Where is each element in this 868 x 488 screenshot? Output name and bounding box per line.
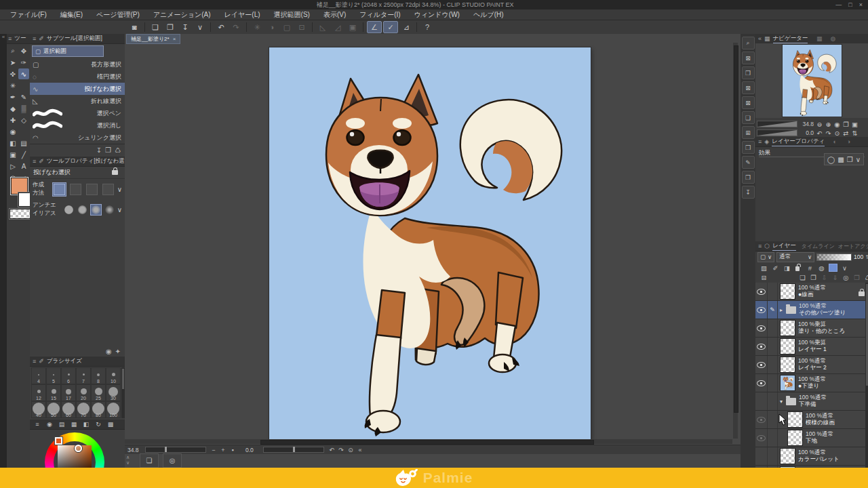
airbrush-tool[interactable]: ▒ [18,103,29,114]
layer-row-8[interactable]: 100 %通常下地 [755,429,868,447]
redo-icon[interactable]: ↷ [229,22,243,33]
tool-palette-menu-icon[interactable]: ≡ [8,35,12,42]
nav-rotate-reset-icon[interactable]: ⊙ [833,129,842,137]
layer-row-5[interactable]: 100 %通常●下塗り [755,374,868,392]
option-1-3[interactable] [104,204,115,216]
blend-tool[interactable]: ◉ [7,126,18,137]
option-1-1[interactable] [77,204,88,216]
layer-row-3[interactable]: 100 %乗算レイヤー 1 [755,338,868,356]
tool-property-lock-icon[interactable] [112,170,118,175]
layer-visibility-toggle-8[interactable] [755,429,768,447]
nav-zoom-out-icon[interactable]: ⊖ [815,120,824,128]
ruler-range-icon[interactable]: # [806,264,814,272]
qa-copy-icon[interactable]: ❐ [742,66,755,79]
delete-layer-icon[interactable]: ♺ [863,273,868,281]
layer-visibility-toggle-2[interactable] [755,319,768,337]
brush-size-25[interactable]: 25 [91,384,106,401]
color-history-tab[interactable]: ↻ [94,420,103,428]
balloon-tool[interactable]: ▷ [7,161,18,171]
brush-size-100[interactable]: 100 [106,401,121,418]
effect-dropdown-icon[interactable]: ∨ [856,156,861,163]
subtool-menu-icon[interactable]: ≡ [33,35,36,42]
canvas-rotation-slider[interactable] [263,447,324,453]
subtool-item-6[interactable]: ◠シュリンク選択 [30,131,125,144]
palette-menu-icon[interactable]: ≡ [33,420,42,428]
wrench-icon[interactable]: ✦ [115,348,121,355]
option-1-2[interactable] [90,204,102,216]
menu-item-0[interactable]: ファイル(F) [4,9,53,20]
duplicate-subtool-icon[interactable]: ❐ [105,146,111,154]
info-tab-icon[interactable]: ◍ [828,35,837,43]
layers-menu-icon[interactable]: ≡ [758,243,762,249]
option-0-2[interactable] [85,182,99,197]
qa-folder-icon[interactable]: ❒ [742,141,755,154]
subtool-group-tab[interactable]: ▢ 選択範囲 [32,45,104,57]
collapse-status-icon[interactable]: « [355,447,365,453]
undo-icon[interactable]: ↶ [214,22,228,33]
brush-size-70[interactable]: 70 [76,401,91,418]
lasso-select-tool[interactable]: ∿ [18,68,29,79]
subtool-item-4[interactable]: 選択ペン [30,107,125,119]
collapse-left-icon[interactable]: « [2,34,5,40]
transparent-color-swatch[interactable] [9,209,31,219]
color-set-tab[interactable]: ▦ [69,420,79,428]
secondary-icon[interactable]: ❒ [852,273,861,281]
nav-fit-icon[interactable]: ❐ [842,120,850,128]
hand-tool[interactable]: ✥ [18,45,29,56]
brush-size-40[interactable]: 40 [31,401,46,418]
qa-zoom-icon[interactable]: ⌕ [742,37,755,49]
move-tool[interactable]: ✜ [7,68,18,79]
opacity-stepper[interactable]: ⇅ [865,254,868,260]
pen-tool[interactable]: ✒ [7,92,18,102]
tool-property-menu-icon[interactable]: ≡ [33,158,36,165]
save-icon[interactable]: ↧ [178,22,192,33]
menu-item-8[interactable]: ウィンドウ(W) [408,9,466,20]
layer-color-effect-icon[interactable]: ❐ [847,156,853,163]
brush-size-15[interactable]: 15 [46,384,61,401]
text-tool[interactable]: A [18,161,29,171]
option-1-0[interactable] [63,204,75,216]
layer-visibility-toggle-5[interactable] [755,374,768,392]
rotate-right-icon[interactable]: ↷ [336,447,346,453]
subtool-item-1[interactable]: ◌楕円選択 [30,70,125,83]
blend-mode-dropdown[interactable]: 通常∨ [776,252,814,262]
lock-layer-icon[interactable] [794,264,803,272]
layer-row-6[interactable]: ▾100 %通常下準備 [755,392,868,411]
color-wheel-tab[interactable]: ◉ [45,420,54,428]
edge-arrow-down[interactable]: ∨ [126,460,130,466]
new-layer-icon[interactable]: ❏ [798,273,807,281]
opacity-slider[interactable] [816,253,852,261]
line-a-icon[interactable]: ◺ [316,22,330,33]
layers-dim-tab-1[interactable]: オートアクション [838,243,868,250]
layer-row-1[interactable]: ✎▸100 %通常その他パーツ塗り [755,301,868,319]
delete-subtool-icon[interactable]: ♺ [115,146,121,154]
lp-tab3-icon[interactable]: ◑ [844,138,853,146]
brush-size-17[interactable]: 17 [61,384,76,401]
qa-export-icon[interactable]: ↧ [742,186,755,199]
intermediate-color-tab[interactable]: ▩ [106,420,115,428]
clear-icon[interactable]: ✳ [250,22,264,33]
layer-color-chip-icon[interactable] [829,264,837,272]
transparency-lock-icon[interactable]: ▨ [760,264,768,272]
new-file-icon[interactable]: ❏ [149,22,162,33]
layer-visibility-toggle-9[interactable] [755,447,768,465]
nav-zoom-in-icon[interactable]: ⊕ [824,120,833,128]
layer-mask-icon[interactable]: ◎ [842,273,850,281]
layer-visibility-toggle-4[interactable] [755,356,768,373]
reference-view-button[interactable]: ◎ [163,453,182,468]
canvas-hscrollbar[interactable] [125,439,732,444]
layer-row-9[interactable]: 100 %通常カラーパレット [755,447,868,466]
mixing-palette-tab[interactable]: ◧ [81,420,91,428]
subtool-item-0[interactable]: ▢長方形選択 [30,58,125,70]
expand-arrow-icon[interactable]: ▾ [780,399,785,405]
subtool-item-5[interactable]: 選択消し [30,119,125,131]
clip-studio-icon[interactable]: ◙ [127,22,141,33]
navigator-collapse-icon[interactable]: « [758,35,762,42]
dropdown-icon-0[interactable]: ∨ [117,186,122,193]
layers-tab[interactable]: レイヤー [772,242,796,251]
subtool-item-2[interactable]: ∿投げなわ選択 [30,83,125,95]
menu-item-6[interactable]: 表示(V) [317,9,352,20]
fill-tool[interactable]: ◧ [7,138,18,148]
minimize-button[interactable]: — [835,1,842,8]
fullscreen-toggle-button[interactable]: ❏ [140,453,159,468]
